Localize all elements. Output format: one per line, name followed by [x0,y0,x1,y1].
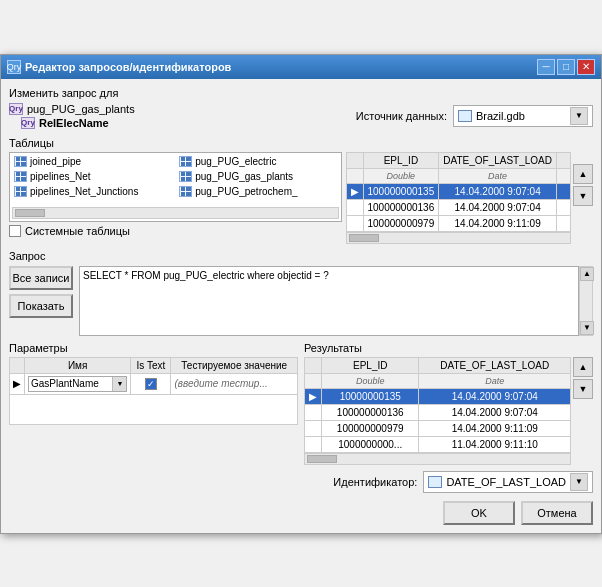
identifier-arrow[interactable]: ▼ [570,473,588,491]
tables-hscroll[interactable] [12,207,339,219]
system-tables-label: Системные таблицы [25,225,130,237]
table-item-petrochem[interactable]: pug_PUG_petrochem_ [177,185,338,198]
results-table-container: EPL_ID DATE_OF_LAST_LOAD Double Date [304,357,571,465]
preview-hscroll[interactable] [346,232,572,244]
results-hscroll-thumb[interactable] [307,455,337,463]
tables-label: Таблицы [9,137,593,149]
source-value: Brazil.gdb [476,110,525,122]
preview-row1-col1: 100000000135 [363,183,439,199]
res-row-selector-2 [305,404,322,420]
table-row[interactable]: 100000000979 14.04.2000 9:11:09 [346,215,571,231]
cancel-button[interactable]: Отмена [521,501,593,525]
window-title: Редактор запросов/идентификаторов [25,61,231,73]
results-hscroll[interactable] [304,453,571,465]
preview-scrollbar-r1 [557,183,571,199]
res-row-selector-3 [305,420,322,436]
params-table: Имя Is Text Тестируемое значение ▶ GasPl [9,357,298,395]
query-scroll-down[interactable]: ▼ [580,321,594,335]
identifier-combo[interactable]: DATE_OF_LAST_LOAD ▼ [423,471,593,493]
preview-hscroll-thumb[interactable] [349,234,379,242]
param-istext-checkbox[interactable]: ✓ [145,378,157,390]
window-icon: Qry [7,60,21,74]
params-section: Параметры Имя Is Text Тестируемое значен… [9,342,298,465]
content-area: Изменить запрос для Qry pug_PUG_gas_plan… [1,79,601,533]
param-name-combo[interactable]: GasPlantName ▼ [28,376,127,392]
preview-table-container: EPL_ID DATE_OF_LAST_LOAD Double Date [346,152,572,244]
table-grid-icon-3 [14,186,27,197]
source-combo[interactable]: Brazil.gdb ▼ [453,105,593,127]
results-scroll-up[interactable]: ▲ [573,357,593,377]
query-textarea[interactable]: SELECT * FROM pug_PUG_electric where obj… [79,266,579,336]
query-buttons: Все записи Показать [9,266,73,336]
preview-table: EPL_ID DATE_OF_LAST_LOAD Double Date [346,152,572,232]
param-name-cell: GasPlantName ▼ [25,373,131,394]
maximize-button[interactable]: □ [557,59,575,75]
table-row[interactable]: ▶ 10000000135 14.04.2000 9:07:04 [305,388,571,404]
change-query-section: Изменить запрос для Qry pug_PUG_gas_plan… [9,87,593,129]
table-row[interactable]: ▶ 100000000135 14.04.2000 9:07:04 [346,183,571,199]
table-item-gas-plants[interactable]: pug_PUG_gas_plants [177,170,338,183]
res-row2-col1: 100000000136 [322,404,419,420]
all-records-button[interactable]: Все записи [9,266,73,290]
ok-button[interactable]: OK [443,501,515,525]
query-scroll-up[interactable]: ▲ [580,267,594,281]
tables-list[interactable]: joined_pipe pipelines_Net pipelines_Net_… [9,152,342,222]
hscroll-thumb[interactable] [15,209,45,217]
results-section: Результаты EPL_ID DATE_OF_LAST_LOAD [304,342,593,465]
table-row[interactable]: 100000000979 14.04.2000 9:11:09 [305,420,571,436]
param-name-arrow[interactable]: ▼ [112,377,126,391]
query-icon-2: Qry [21,117,35,129]
db-file-icon [458,110,472,122]
preview-row3-col1: 100000000979 [363,215,439,231]
row-selector-1: ▶ [346,183,363,199]
table-item-pipelines-net[interactable]: pipelines_Net [12,170,173,183]
query-item-2: Qry RelElecName [9,117,135,129]
res-col1-header: EPL_ID [322,357,419,373]
table-item-pipelines-junctions[interactable]: pipelines_Net_Junctions [12,185,173,198]
main-window: Qry Редактор запросов/идентификаторов ─ … [0,54,602,534]
scroll-up-button[interactable]: ▲ [573,164,593,184]
table-grid-icon-5 [179,171,192,182]
res-row-selector-1: ▶ [305,388,322,404]
preview-col1-header: EPL_ID [363,152,439,168]
footer-buttons: OK Отмена [9,501,593,525]
results-scroll-down[interactable]: ▼ [573,379,593,399]
query-scroll-track [580,281,592,321]
title-bar-left: Qry Редактор запросов/идентификаторов [7,60,231,74]
identifier-value: DATE_OF_LAST_LOAD [446,476,566,488]
minimize-button[interactable]: ─ [537,59,555,75]
preview-area: EPL_ID DATE_OF_LAST_LOAD Double Date [346,152,594,244]
preview-scrollbar-r3 [557,215,571,231]
row-selector-2 [346,199,363,215]
param-testvalue-cell[interactable]: (введите тестир... [171,373,298,394]
tables-col-1: joined_pipe pipelines_Net pipelines_Net_… [12,155,173,198]
query-icon-1: Qry [9,103,23,115]
table-grid-icon-1 [14,156,27,167]
query-item-1: Qry pug_PUG_gas_plants [9,103,135,115]
scroll-down-button[interactable]: ▼ [573,186,593,206]
title-controls: ─ □ ✕ [537,59,595,75]
results-scroll-buttons: ▲ ▼ [573,357,593,399]
res-row2-col2: 14.04.2000 9:07:04 [419,404,571,420]
change-query-label: Изменить запрос для [9,87,593,99]
table-row[interactable]: 1000000000... 11.04.2000 9:11:10 [305,436,571,452]
res-th-spacer [305,357,322,373]
preview-col2-type: Date [439,168,557,183]
table-row[interactable]: 100000000136 14.04.2000 9:07:04 [346,199,571,215]
change-query-row: Qry pug_PUG_gas_plants Qry RelElecName И… [9,103,593,129]
close-button[interactable]: ✕ [577,59,595,75]
param-name-value: GasPlantName [29,378,112,389]
table-item-joined-pipe[interactable]: joined_pipe [12,155,173,168]
tables-left: joined_pipe pipelines_Net pipelines_Net_… [9,152,342,244]
preview-scrollbar-r2 [557,199,571,215]
params-th-spacer [10,357,25,373]
results-table: EPL_ID DATE_OF_LAST_LOAD Double Date [304,357,571,453]
table-item-electric[interactable]: pug_PUG_electric [177,155,338,168]
system-tables-row: Системные таблицы [9,225,342,237]
table-row[interactable]: 100000000136 14.04.2000 9:07:04 [305,404,571,420]
table-grid-icon-2 [14,171,27,182]
source-combo-arrow[interactable]: ▼ [570,107,588,125]
show-button[interactable]: Показать [9,294,73,318]
system-tables-checkbox[interactable] [9,225,21,237]
table-row[interactable]: ▶ GasPlantName ▼ ✓ [10,373,298,394]
